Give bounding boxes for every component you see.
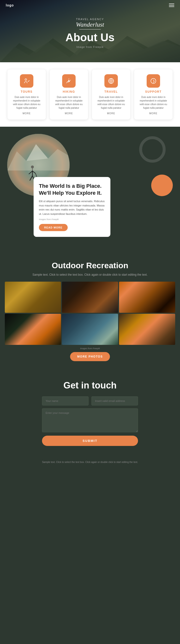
footer: Sample text. Click to select the text bo… (0, 456, 180, 469)
hamburger-menu[interactable] (169, 4, 174, 7)
contact-section: Get in touch SUBMIT (0, 371, 180, 456)
travel-card: TRAVEL Duis aute irure dolor in reprehen… (92, 70, 130, 120)
form-row-1 (42, 396, 138, 406)
brand-name: Wanderlust (0, 21, 180, 28)
outdoor-section: Outdoor Recreation Sample text. Click to… (0, 251, 180, 371)
travel-text: Duis aute irure dolor in reprehenderit i… (95, 95, 127, 110)
world-body: Elit ut aliquam purus sit amet luctus ve… (39, 199, 105, 216)
world-title: The World Is a Big Place. We'll Help You… (39, 183, 105, 196)
photo-cell-2 (62, 282, 118, 313)
support-text: Duis aute irure dolor in reprehenderit i… (138, 95, 169, 110)
photo-grid-bottom (5, 314, 175, 345)
outdoor-image-credit: Images from Freepik (5, 347, 175, 350)
photo-cell-5 (62, 314, 118, 345)
name-input[interactable] (42, 396, 88, 406)
svg-point-2 (25, 79, 27, 80)
hero-image-credit: Image from Freepik (0, 46, 180, 48)
travel-more[interactable]: MORE (95, 112, 127, 115)
contact-title: Get in touch (5, 380, 175, 390)
tours-icon-wrap (20, 74, 33, 88)
world-text-card: The World Is a Big Place. We'll Help You… (34, 177, 110, 237)
hiking-card: HIKING Duis aute irure dolor in reprehen… (50, 70, 88, 120)
travel-icon (108, 78, 115, 84)
message-textarea[interactable] (42, 408, 138, 432)
brand-underline (79, 29, 101, 30)
photo-cell-3 (119, 282, 175, 313)
svg-marker-16 (26, 144, 48, 161)
travel-label: TRAVEL (95, 90, 127, 94)
mountain-bg (7, 136, 70, 174)
world-image-credit: Images from Freepik (39, 218, 105, 220)
hiking-icon-wrap (62, 74, 76, 88)
decorative-circle-fill (151, 174, 173, 196)
decorative-circle-outline (139, 136, 166, 162)
hiking-icon (65, 78, 72, 84)
photo-cell-6 (119, 314, 175, 345)
support-card: SUPPORT Duis aute irure dolor in reprehe… (134, 70, 172, 120)
read-more-button[interactable]: READ MORE (39, 224, 68, 231)
support-icon (150, 78, 157, 84)
tours-label: TOURS (11, 90, 42, 94)
tours-icon (23, 78, 30, 84)
travel-icon-wrap (104, 74, 118, 88)
agency-label: TRAVEL AGENCY (0, 18, 180, 20)
tours-more[interactable]: MORE (11, 112, 42, 115)
logo: logo (6, 3, 14, 7)
outdoor-subtitle: Sample text. Click to select the text bo… (5, 272, 175, 277)
navbar: logo (0, 0, 180, 10)
tours-card: TOURS Duis aute irure dolor in reprehend… (8, 70, 46, 120)
hero-content: TRAVEL AGENCY Wanderlust About Us Image … (0, 10, 180, 48)
photo-cell-4 (5, 314, 61, 345)
support-icon-wrap (147, 74, 160, 88)
svg-line-12 (30, 176, 32, 180)
outdoor-title: Outdoor Recreation (5, 261, 175, 270)
world-section: The World Is a Big Place. We'll Help You… (0, 127, 180, 251)
support-more[interactable]: MORE (138, 112, 169, 115)
hero-section: logo TRAVEL AGENCY Wanderlust About Us I… (0, 0, 180, 62)
tours-text: Duis aute irure dolor in reprehenderit i… (11, 95, 42, 110)
more-photos-button[interactable]: More PhOTOS (70, 352, 110, 361)
hiking-more[interactable]: MORE (53, 112, 85, 115)
support-label: SUPPORT (138, 90, 169, 94)
services-section: TOURS Duis aute irure dolor in reprehend… (0, 62, 180, 127)
submit-button[interactable]: SUBMIT (42, 436, 138, 446)
hero-title: About Us (0, 31, 180, 44)
email-input[interactable] (92, 396, 138, 406)
hiking-text: Duis aute irure dolor in reprehenderit i… (53, 95, 85, 110)
photo-grid-top (5, 282, 175, 313)
photo-cell-1 (5, 282, 61, 313)
contact-form: SUBMIT (42, 396, 138, 446)
hiking-label: HIKING (53, 90, 85, 94)
footer-text: Sample text. Click to select the text bo… (42, 461, 138, 464)
